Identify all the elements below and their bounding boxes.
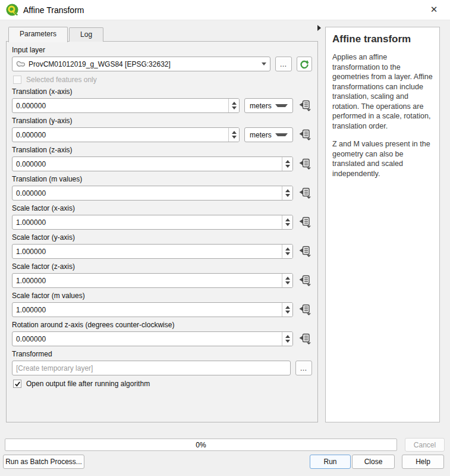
input-layer-label: Input layer	[12, 46, 312, 54]
translation-m-spinbox[interactable]	[12, 186, 293, 201]
spin-down-icon[interactable]	[232, 107, 237, 109]
cancel-button: Cancel	[405, 438, 445, 452]
selected-features-checkbox	[13, 76, 21, 84]
scale-x-input[interactable]	[12, 215, 282, 229]
translation-z-spinbox[interactable]	[12, 156, 293, 171]
open-output-checkbox[interactable]	[13, 380, 21, 388]
spin-up-icon[interactable]	[232, 102, 237, 105]
scale-z-input[interactable]	[12, 274, 282, 287]
spin-buttons[interactable]	[282, 157, 292, 171]
spin-down-icon[interactable]	[285, 340, 290, 343]
open-output-label: Open output file after running algorithm	[26, 380, 150, 388]
data-defined-override-button[interactable]	[298, 129, 312, 142]
scale-z-spinbox[interactable]	[12, 273, 293, 288]
rotation-z-spinbox[interactable]	[12, 331, 293, 346]
spin-buttons[interactable]	[282, 245, 292, 258]
run-button[interactable]: Run	[310, 455, 351, 469]
translation-x-spinbox[interactable]	[12, 98, 240, 113]
translation-x-input[interactable]	[12, 99, 228, 112]
spin-up-icon[interactable]	[285, 306, 290, 309]
spin-buttons[interactable]	[282, 186, 292, 200]
spin-down-icon[interactable]	[285, 311, 290, 314]
iterate-layer-button[interactable]	[297, 57, 312, 71]
polygon-layer-icon	[16, 61, 26, 68]
spin-buttons[interactable]	[228, 99, 239, 112]
data-defined-override-button[interactable]	[298, 99, 312, 112]
translation-y-spinbox[interactable]	[12, 127, 240, 142]
tab-log[interactable]: Log	[69, 27, 103, 42]
spin-up-icon[interactable]	[232, 131, 237, 134]
titlebar: Affine Transform ✕	[0, 0, 450, 20]
data-defined-override-button[interactable]	[298, 216, 312, 229]
scale-y-input[interactable]	[12, 245, 282, 258]
translation-y-unit-dropdown[interactable]: meters	[244, 127, 293, 142]
spin-buttons[interactable]	[228, 128, 239, 142]
data-defined-override-button[interactable]	[298, 245, 312, 258]
translation-x-unit-dropdown[interactable]: meters	[244, 98, 293, 113]
spin-up-icon[interactable]	[285, 160, 290, 163]
spin-buttons[interactable]	[282, 332, 292, 346]
spin-up-icon[interactable]	[285, 335, 290, 338]
help-collapse-arrow-icon[interactable]	[317, 25, 321, 31]
progress-bar: 0%	[5, 439, 397, 451]
spin-buttons[interactable]	[282, 303, 292, 317]
translation-y-input[interactable]	[12, 128, 228, 142]
help-button[interactable]: Help	[402, 455, 444, 469]
help-paragraph: Z and M values present in the geometry c…	[332, 139, 433, 178]
close-button[interactable]: Close	[352, 455, 395, 469]
spin-down-icon[interactable]	[285, 281, 290, 284]
chevron-down-icon	[275, 133, 288, 136]
spin-up-icon[interactable]	[285, 248, 290, 250]
progress-text: 0%	[196, 441, 206, 449]
transformed-output-input[interactable]	[12, 361, 291, 375]
tab-bar: Parameters Log	[8, 27, 105, 43]
spin-up-icon[interactable]	[285, 189, 290, 192]
checkmark-icon	[14, 381, 21, 387]
tab-parameters[interactable]: Parameters	[8, 27, 68, 42]
spin-buttons[interactable]	[282, 215, 292, 229]
selected-features-label: Selected features only	[26, 76, 97, 84]
data-defined-override-button[interactable]	[298, 274, 312, 287]
scale-x-label: Scale factor (x-axis)	[12, 204, 312, 212]
transformed-browse-button[interactable]: …	[295, 361, 312, 375]
input-layer-value: ProvCM01012019_g_WGS84 [EPSG:32632]	[29, 60, 258, 68]
help-title: Affine transform	[332, 33, 433, 45]
rotation-z-label: Rotation around z-axis (degrees counter-…	[12, 321, 312, 329]
transformed-label: Transformed	[12, 350, 312, 358]
spin-down-icon[interactable]	[285, 165, 290, 168]
translation-m-label: Translation (m values)	[12, 175, 312, 183]
scale-x-spinbox[interactable]	[12, 215, 293, 230]
scale-m-spinbox[interactable]	[12, 302, 293, 317]
window-close-icon[interactable]: ✕	[423, 0, 445, 19]
iterate-icon	[300, 60, 309, 69]
input-layer-browse-button[interactable]: …	[275, 57, 292, 71]
data-defined-override-button[interactable]	[298, 158, 312, 171]
rotation-z-input[interactable]	[12, 332, 282, 346]
run-as-batch-button[interactable]: Run as Batch Process...	[3, 455, 84, 469]
spin-down-icon[interactable]	[285, 194, 290, 197]
data-defined-override-button[interactable]	[298, 303, 312, 317]
spin-down-icon[interactable]	[285, 252, 290, 255]
parameters-panel: Input layer ProvCM01012019_g_WGS84 [EPSG…	[6, 41, 318, 422]
help-panel: Affine transform Applies an affine trans…	[325, 27, 440, 422]
help-paragraph: Applies an affine transformation to the …	[332, 52, 433, 131]
data-defined-override-button[interactable]	[298, 187, 312, 200]
unit-value: meters	[250, 102, 272, 110]
translation-z-label: Translation (z-axis)	[12, 146, 312, 154]
input-layer-combobox[interactable]: ProvCM01012019_g_WGS84 [EPSG:32632]	[12, 57, 270, 71]
data-defined-override-button[interactable]	[298, 333, 312, 346]
unit-value: meters	[250, 131, 272, 139]
translation-z-input[interactable]	[12, 157, 282, 171]
spin-down-icon[interactable]	[285, 223, 290, 226]
spin-up-icon[interactable]	[285, 277, 290, 280]
scale-y-label: Scale factor (y-axis)	[12, 233, 312, 242]
spin-up-icon[interactable]	[285, 218, 290, 221]
scale-m-input[interactable]	[12, 303, 282, 317]
spin-buttons[interactable]	[282, 274, 292, 287]
scale-y-spinbox[interactable]	[12, 244, 293, 259]
window-title: Affine Transform	[23, 5, 84, 15]
translation-m-input[interactable]	[12, 186, 282, 200]
translation-x-label: Translation (x-axis)	[12, 87, 312, 96]
spin-down-icon[interactable]	[232, 136, 237, 139]
qgis-logo-icon	[6, 4, 18, 16]
